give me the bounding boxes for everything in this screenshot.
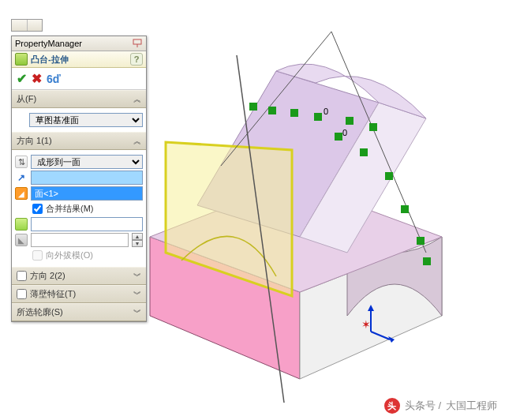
chevron-down-icon: ︾: [133, 289, 141, 300]
action-bar: ✔ ✖ 6ď: [12, 68, 146, 90]
draft-outward-checkbox: [32, 250, 43, 261]
pin-icon[interactable]: [132, 38, 143, 49]
selected-face-box[interactable]: 面<1>: [31, 186, 143, 201]
svg-rect-14: [369, 123, 377, 131]
face-select-icon: [15, 187, 28, 200]
direction-reference-box[interactable]: [31, 171, 143, 185]
draft-angle-input[interactable]: [31, 233, 129, 247]
feature-scope-icon[interactable]: [15, 218, 28, 231]
section-from-body: 草图基准面: [12, 108, 146, 132]
draft-outward-label: 向外拔模(O): [46, 249, 93, 261]
section-dir1-header[interactable]: 方向 1(1) ︽: [12, 132, 146, 150]
pm-title: PropertyManager: [15, 39, 82, 48]
property-manager-panel: PropertyManager 凸台-拉伸 ? ✔ ✖ 6ď 从(F) ︽ 草图…: [11, 36, 147, 322]
dim-0b: 0: [342, 128, 347, 137]
merge-result-checkbox[interactable]: [32, 204, 43, 214]
section-dir1-label: 方向 1(1): [17, 135, 52, 147]
section-dir2-label: 方向 2(2): [30, 270, 65, 282]
chevron-up-icon: ︽: [133, 136, 141, 147]
direction-vector-icon[interactable]: [15, 171, 28, 184]
svg-rect-15: [335, 133, 342, 141]
draft-outward-row: 向外拔模(O): [15, 249, 143, 261]
dim-0a: 0: [324, 107, 328, 116]
thin-enable-checkbox[interactable]: [17, 289, 27, 299]
from-plane-select[interactable]: 草图基准面: [29, 113, 143, 127]
ok-button[interactable]: ✔: [17, 71, 27, 86]
svg-rect-9: [249, 103, 257, 111]
chevron-up-icon: ︽: [133, 94, 141, 105]
svg-rect-11: [290, 109, 298, 117]
draft-spinner[interactable]: ▲▼: [132, 233, 143, 247]
feature-title-bar: 凸台-拉伸 ?: [12, 51, 146, 68]
watermark-prefix: 头条号 /: [405, 399, 441, 413]
watermark-author: 大国工程师: [446, 399, 497, 413]
reverse-direction-button[interactable]: [15, 156, 28, 168]
section-thin-header[interactable]: 薄壁特征(T) ︾: [12, 285, 146, 303]
svg-rect-10: [268, 107, 276, 114]
svg-rect-16: [360, 148, 368, 156]
detailed-preview-button[interactable]: 6ď: [47, 73, 61, 85]
pm-header: PropertyManager: [12, 36, 146, 51]
feature-title: 凸台-拉伸: [31, 54, 69, 66]
chevron-down-icon: ︾: [133, 271, 141, 282]
section-contours-header[interactable]: 所选轮廓(S) ︾: [12, 303, 146, 321]
watermark-logo: 头: [384, 398, 400, 414]
svg-rect-19: [417, 237, 425, 245]
svg-rect-12: [314, 113, 322, 121]
feature-scope-box[interactable]: [31, 217, 143, 231]
svg-text:✶: ✶: [361, 318, 371, 331]
section-from-header[interactable]: 从(F) ︽: [12, 90, 146, 108]
section-dir1-body: 成形到一面 面<1> 合并结果(M) ▲▼ 向外拔模(O): [12, 150, 146, 267]
dir2-enable-checkbox[interactable]: [17, 271, 27, 281]
boss-extrude-icon: [15, 53, 28, 66]
cancel-button[interactable]: ✖: [32, 71, 42, 86]
svg-rect-26: [133, 39, 141, 44]
mini-toolbar[interactable]: [11, 19, 43, 32]
svg-rect-18: [401, 205, 409, 213]
chevron-down-icon: ︾: [133, 307, 141, 318]
end-condition-select[interactable]: 成形到一面: [31, 155, 143, 169]
draft-icon[interactable]: [15, 234, 28, 246]
help-button[interactable]: ?: [130, 53, 143, 66]
merge-result-label: 合并结果(M): [46, 203, 94, 215]
section-dir2-header[interactable]: 方向 2(2) ︾: [12, 267, 146, 285]
merge-result-row[interactable]: 合并结果(M): [15, 203, 143, 215]
section-from-label: 从(F): [17, 93, 36, 105]
svg-rect-20: [423, 257, 431, 265]
section-thin-label: 薄壁特征(T): [30, 288, 76, 300]
svg-rect-13: [346, 117, 354, 125]
svg-rect-17: [385, 172, 393, 180]
section-contours-label: 所选轮廓(S): [17, 306, 63, 318]
watermark: 头 头条号 / 大国工程师: [384, 398, 497, 414]
